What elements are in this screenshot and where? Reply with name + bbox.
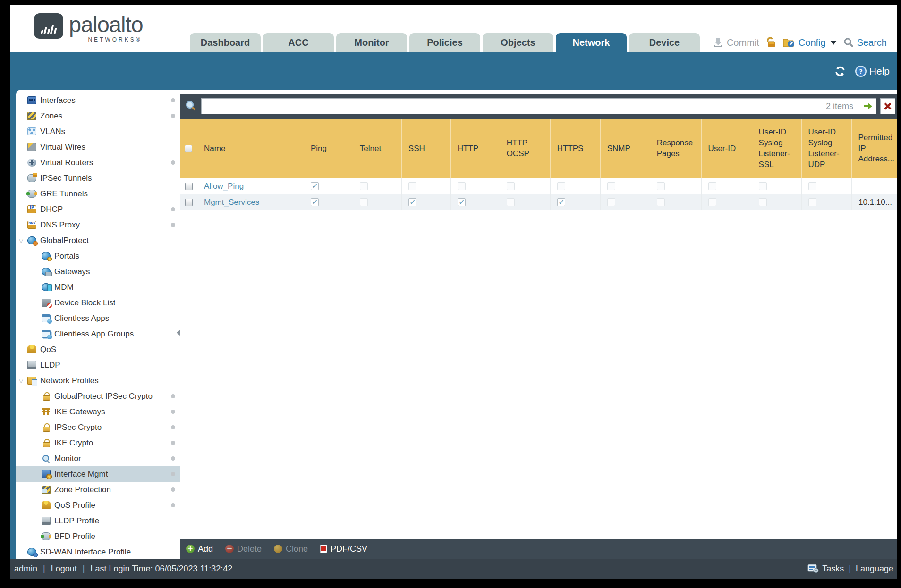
unchecked-checkbox[interactable]	[607, 182, 615, 190]
column-header-http[interactable]: HTTP	[451, 119, 500, 178]
sidebar-item-network-profiles[interactable]: ▽Network Profiles	[16, 373, 180, 388]
clear-filter-button[interactable]	[880, 98, 895, 114]
column-header-ping[interactable]: Ping	[304, 119, 353, 178]
lock-icon[interactable]	[766, 37, 776, 48]
sidebar-item-ipsec-tunnels[interactable]: IPSec Tunnels	[16, 170, 180, 186]
expander-icon[interactable]: ▽	[19, 237, 23, 244]
column-header-ssh[interactable]: SSH	[402, 119, 451, 178]
tasks-button[interactable]: Tasks	[822, 564, 844, 574]
row-checkbox[interactable]	[185, 199, 193, 206]
sidebar-item-ipsec-crypto[interactable]: IPSec Crypto	[16, 420, 180, 435]
unchecked-checkbox[interactable]	[708, 198, 716, 206]
pdf-csv-button[interactable]: PDF/CSV	[320, 544, 367, 554]
language-button[interactable]: Language	[856, 564, 893, 574]
expander-icon[interactable]: ▽	[19, 378, 23, 384]
filter-search-icon	[185, 100, 197, 112]
column-header-response-pages[interactable]: Response Pages	[650, 119, 702, 178]
row-name-link[interactable]: Allow_Ping	[204, 182, 244, 191]
sidebar-item-clientless-apps[interactable]: Clientless Apps	[16, 311, 180, 326]
sidebar-item-ike-crypto[interactable]: IKE Crypto	[16, 435, 180, 451]
apply-filter-button[interactable]	[859, 99, 876, 114]
add-button[interactable]: Add	[186, 544, 213, 554]
refresh-icon[interactable]	[834, 66, 846, 77]
tab-monitor[interactable]: Monitor	[336, 33, 407, 52]
sidebar-item-globalprotect[interactable]: ▽GlobalProtect	[16, 233, 180, 248]
sidebar-item-mdm[interactable]: MDM	[16, 279, 180, 295]
checked-checkbox[interactable]	[311, 182, 319, 190]
sidebar-item-lldp[interactable]: LLDP	[16, 357, 180, 373]
sidebar-collapse-handle[interactable]	[177, 329, 180, 336]
unchecked-checkbox[interactable]	[507, 182, 515, 190]
unchecked-checkbox[interactable]	[360, 182, 368, 190]
tab-acc[interactable]: ACC	[263, 33, 334, 52]
select-all-checkbox[interactable]	[185, 145, 192, 152]
sidebar-item-label: GlobalProtect	[40, 236, 89, 245]
row-checkbox[interactable]	[185, 183, 193, 190]
sidebar-item-globalprotect-ipsec-crypto[interactable]: GlobalProtect IPSec Crypto	[16, 388, 180, 404]
sidebar-item-monitor[interactable]: Monitor	[16, 451, 180, 466]
logout-link[interactable]: Logout	[51, 564, 77, 574]
sidebar-item-gre-tunnels[interactable]: GRE Tunnels	[16, 186, 180, 202]
global-search-button[interactable]: Search	[843, 37, 887, 48]
tab-dashboard[interactable]: Dashboard	[190, 33, 261, 52]
sidebar-item-dhcp[interactable]: DHCP	[16, 202, 180, 217]
unchecked-checkbox[interactable]	[607, 198, 615, 206]
pin-dot	[171, 223, 175, 227]
column-header-user-id-syslog-listener-udp[interactable]: User-ID Syslog Listener-UDP	[802, 119, 852, 178]
tab-objects[interactable]: Objects	[483, 33, 553, 52]
checked-checkbox[interactable]	[557, 198, 565, 206]
service-cell-http	[451, 194, 500, 210]
unchecked-checkbox[interactable]	[360, 198, 368, 206]
tab-device[interactable]: Device	[629, 33, 700, 52]
sidebar-item-bfd-profile[interactable]: BFD Profile	[16, 529, 180, 544]
unchecked-checkbox[interactable]	[507, 198, 515, 206]
column-header-http-ocsp[interactable]: HTTP OCSP	[500, 119, 551, 178]
sidebar-item-ike-gateways[interactable]: IKE Gateways	[16, 404, 180, 420]
filter-input[interactable]	[202, 99, 820, 114]
sidebar-item-clientless-app-groups[interactable]: Clientless App Groups	[16, 326, 180, 342]
sidebar-item-gateways[interactable]: Gateways	[16, 264, 180, 279]
commit-button[interactable]: Commit	[713, 37, 759, 48]
sidebar-item-dns-proxy[interactable]: DNS Proxy	[16, 217, 180, 233]
sidebar-item-interfaces[interactable]: Interfaces	[16, 92, 180, 108]
sidebar-item-sd-wan-interface-profile[interactable]: SD-WAN Interface Profile	[16, 544, 180, 559]
checked-checkbox[interactable]	[311, 198, 319, 206]
unchecked-checkbox[interactable]	[557, 182, 565, 190]
column-header-name[interactable]: Name	[197, 119, 304, 178]
column-header-telnet[interactable]: Telnet	[353, 119, 402, 178]
unchecked-checkbox[interactable]	[657, 182, 665, 190]
column-header-user-id-syslog-listener-ssl[interactable]: User-ID Syslog Listener-SSL	[752, 119, 802, 178]
sidebar-item-zone-protection[interactable]: Zone Protection	[16, 482, 180, 497]
column-header-https[interactable]: HTTPS	[551, 119, 601, 178]
sidebar-item-qos[interactable]: QoS	[16, 342, 180, 357]
column-header-user-id[interactable]: User-ID	[702, 119, 752, 178]
sidebar-item-device-block-list[interactable]: Device Block List	[16, 295, 180, 311]
unchecked-checkbox[interactable]	[759, 182, 767, 190]
unchecked-checkbox[interactable]	[458, 182, 466, 190]
sidebar-item-label: Clientless Apps	[54, 314, 109, 323]
row-name-link[interactable]: Mgmt_Services	[204, 198, 259, 207]
sidebar-item-virtual-wires[interactable]: Virtual Wires	[16, 139, 180, 155]
sidebar-item-lldp-profile[interactable]: LLDP Profile	[16, 513, 180, 529]
unchecked-checkbox[interactable]	[759, 198, 767, 206]
column-header-permitted-ip-address[interactable]: Permitted IP Address...	[852, 119, 898, 178]
unchecked-checkbox[interactable]	[708, 182, 716, 190]
unchecked-checkbox[interactable]	[808, 198, 816, 206]
config-dropdown[interactable]: Config	[783, 37, 837, 48]
tab-policies[interactable]: Policies	[409, 33, 480, 52]
sidebar-item-vlans[interactable]: VLANs	[16, 124, 180, 139]
sidebar-item-interface-mgmt[interactable]: Interface Mgmt	[16, 466, 180, 482]
unchecked-checkbox[interactable]	[657, 198, 665, 206]
column-header-snmp[interactable]: SNMP	[601, 119, 650, 178]
sidebar-item-zones[interactable]: Zones	[16, 108, 180, 124]
sidebar-item-qos-profile[interactable]: QoS Profile	[16, 497, 180, 513]
sidebar-item-virtual-routers[interactable]: Virtual Routers	[16, 155, 180, 170]
unchecked-checkbox[interactable]	[808, 182, 816, 190]
checked-checkbox[interactable]	[458, 198, 466, 206]
help-button[interactable]: ? Help	[855, 65, 890, 77]
sidebar-item-portals[interactable]: Portals	[16, 248, 180, 264]
checked-checkbox[interactable]	[408, 198, 416, 206]
service-cell-user-id-syslog-listener-ssl	[752, 194, 802, 210]
unchecked-checkbox[interactable]	[408, 182, 416, 190]
tab-network[interactable]: Network	[556, 33, 627, 52]
